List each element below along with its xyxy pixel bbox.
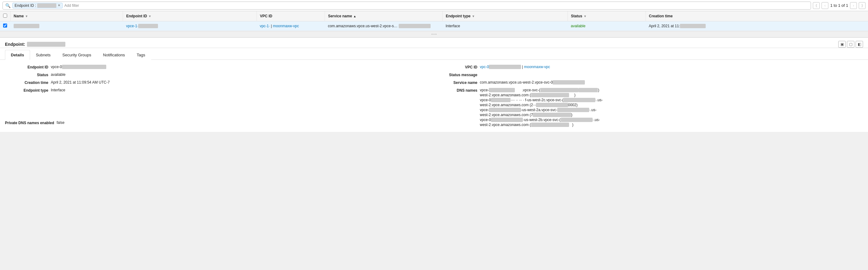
pagination-prev[interactable]: ‹ xyxy=(822,2,828,9)
col-creation-time[interactable]: Creation time xyxy=(646,11,868,21)
dns-names-list: vpce- .vpce-svc-( ) west-2.vpce.amazonaw… xyxy=(480,88,603,127)
panel-title-prefix: Endpoint: xyxy=(5,42,25,47)
table-row[interactable]: vpce-1· vpc-1· | moonmaxw-vpc com.amazon… xyxy=(0,21,868,31)
dns-entry-5: west-2.vpce.amazonaws.com (7 ) xyxy=(480,113,603,117)
vpc-name-link[interactable]: moonmaxw-vpc xyxy=(524,65,550,69)
row-endpoint-id: vpce-1· xyxy=(123,21,257,31)
detail-row-service-name: Service name com.amazonaws.vpce.us-west-… xyxy=(434,80,863,85)
dns-names-label: DNS names xyxy=(434,88,477,93)
detail-tabs: Details Subnets Security Groups Notifica… xyxy=(0,50,868,60)
endpoint-id-sort-icon: ▼ xyxy=(148,14,152,18)
vpc-id-value: vpc-0 | moonmaxw-vpc xyxy=(480,65,550,69)
status-message-label: Status message xyxy=(434,72,477,77)
service-name-value: com.amazonaws.vpce.us-west-2.vpce-svc-0 xyxy=(480,80,585,85)
status-sort-icon: ▼ xyxy=(584,14,587,18)
dns-entry-3: west-2.vpce.amazonaws.com (2··· 0002) xyxy=(480,103,603,107)
add-filter-button[interactable]: Add filter xyxy=(64,3,79,8)
panel-action-btn-3[interactable]: ◧ xyxy=(856,41,863,48)
dns-entry-0: vpce- .vpce-svc-( ) xyxy=(480,88,603,92)
panel-action-btn-2[interactable]: ▢ xyxy=(847,41,855,48)
dns-entry-1: west-2.vpce.amazonaws.com ( ) xyxy=(480,93,603,97)
row-vpc-id-link[interactable]: vpc-1· xyxy=(259,24,270,28)
active-filter-tag[interactable]: Endpoint ID : ················ ✕ xyxy=(12,3,63,8)
vpc-id-link[interactable]: vpc-0 xyxy=(480,65,521,69)
endpoint-type-label: Endpoint type xyxy=(5,88,48,93)
row-vpc-name-link[interactable]: moonmaxw-vpc xyxy=(273,24,299,28)
detail-row-status-message: Status message xyxy=(434,72,863,77)
vpc-id-label: VPC ID xyxy=(434,65,477,69)
name-sort-icon: ▼ xyxy=(25,14,28,18)
filter-tag-label: Endpoint ID : xyxy=(14,3,36,8)
detail-row-vpc-id: VPC ID vpc-0 | moonmaxw-vpc xyxy=(434,65,863,69)
endpoint-id-value: vpce-0 xyxy=(51,65,106,69)
pagination-first[interactable]: ⟪ xyxy=(813,2,820,9)
detail-col-right: VPC ID vpc-0 | moonmaxw-vpc Status messa… xyxy=(434,65,863,127)
service-sort-icon: ▲ xyxy=(353,14,356,18)
panel-actions: ▣ ▢ ◧ xyxy=(838,41,863,48)
search-bar: 🔍 Endpoint ID : ················ ✕ Add f… xyxy=(0,0,868,11)
detail-row-dns-names: DNS names vpce- .vpce-svc-( ) west-2.vpc… xyxy=(434,88,863,127)
detail-row-endpoint-id: Endpoint ID vpce-0 xyxy=(5,65,434,69)
endpoint-id-label: Endpoint ID xyxy=(5,65,48,69)
filter-tag-remove[interactable]: ✕ xyxy=(58,3,60,7)
status-label: Status xyxy=(5,72,48,77)
col-service-name[interactable]: Service name ▲ xyxy=(324,11,442,21)
col-endpoint-id[interactable]: Endpoint ID ▼ xyxy=(123,11,257,21)
dns-entry-4: vpce- -us-west-2a.vpce-svc- ·.us- xyxy=(480,108,603,112)
dns-entry-6: vpce-0 -us-west-2b.vpce-svc-( ·.us- xyxy=(480,117,603,122)
dns-entry-7: west-2.vpce.amazonaws.com ( ) xyxy=(480,123,603,127)
endpoints-table: Name ▼ Endpoint ID ▼ VPC ID xyxy=(0,11,868,31)
col-endpoint-type[interactable]: Endpoint type ▼ xyxy=(442,11,567,21)
row-checkbox[interactable] xyxy=(3,24,7,28)
filter-tag-value: ················ xyxy=(37,3,56,8)
creation-time-label: Creation time xyxy=(5,80,48,85)
row-service-name: com.amazonaws.vpce.us-west-2.vpce-s… xyxy=(324,21,442,31)
pagination-text: 1 to 1 of 1 xyxy=(830,3,848,8)
panel-title: Endpoint: xyxy=(5,42,65,47)
endpoints-table-container: Name ▼ Endpoint ID ▼ VPC ID xyxy=(0,11,868,31)
tab-tags[interactable]: Tags xyxy=(131,50,151,60)
row-endpoint-type: Interface xyxy=(442,21,567,31)
panel-action-btn-1[interactable]: ▣ xyxy=(838,41,846,48)
search-icon: 🔍 xyxy=(5,3,10,8)
detail-row-status: Status available xyxy=(5,72,434,77)
col-vpc-id[interactable]: VPC ID xyxy=(256,11,324,21)
tab-subnets[interactable]: Subnets xyxy=(30,50,57,60)
row-vpc-id: vpc-1· | moonmaxw-vpc xyxy=(256,21,324,31)
endpoint-type-value: Interface xyxy=(51,88,65,92)
service-name-label: Service name xyxy=(434,80,477,85)
select-all-checkbox[interactable] xyxy=(3,13,7,18)
detail-row-endpoint-type: Endpoint type Interface xyxy=(5,88,434,93)
row-checkbox-cell[interactable] xyxy=(0,21,10,31)
search-input-container: 🔍 Endpoint ID : ················ ✕ Add f… xyxy=(2,2,811,10)
col-status[interactable]: Status ▼ xyxy=(568,11,646,21)
creation-time-value: April 2, 2021 at 11:09:54 AM UTC-7 xyxy=(51,80,110,85)
type-sort-icon: ▼ xyxy=(472,14,475,18)
pagination-next[interactable]: › xyxy=(850,2,857,9)
pagination: ⟪ ‹ 1 to 1 of 1 › ⟫ xyxy=(813,2,866,9)
tab-security-groups[interactable]: Security Groups xyxy=(56,50,97,60)
panel-header: Endpoint: ▣ ▢ ◧ xyxy=(0,38,868,48)
row-status: available xyxy=(568,21,646,31)
tab-notifications[interactable]: Notifications xyxy=(97,50,131,60)
dns-entry-2: vpce-0 ···· ·· ··· · f-us-west-2c.vpce-s… xyxy=(480,98,603,102)
details-grid: Endpoint ID vpce-0 Status available Crea… xyxy=(0,60,868,132)
private-dns-value: false xyxy=(57,121,64,125)
row-name-redacted xyxy=(13,24,39,28)
select-all-header[interactable] xyxy=(0,11,10,21)
private-dns-label: Private DNS names enabled xyxy=(5,121,54,125)
detail-col-left: Endpoint ID vpce-0 Status available Crea… xyxy=(5,65,434,127)
col-name[interactable]: Name ▼ xyxy=(10,11,123,21)
row-endpoint-id-link[interactable]: vpce-1· xyxy=(126,24,158,28)
panel-endpoint-id-redacted xyxy=(27,42,65,47)
bottom-panel: Endpoint: ▣ ▢ ◧ Details Subnets Security… xyxy=(0,37,868,132)
detail-row-creation-time: Creation time April 2, 2021 at 11:09:54 … xyxy=(5,80,434,85)
panel-resize-handle[interactable]: • • • xyxy=(0,31,868,37)
row-name xyxy=(10,21,123,31)
status-value: available xyxy=(51,72,65,77)
row-creation-time: April 2, 2021 at 11: xyxy=(646,21,868,31)
tab-details[interactable]: Details xyxy=(5,50,30,60)
pagination-last[interactable]: ⟫ xyxy=(859,2,866,9)
detail-row-private-dns: Private DNS names enabled false xyxy=(5,121,434,125)
